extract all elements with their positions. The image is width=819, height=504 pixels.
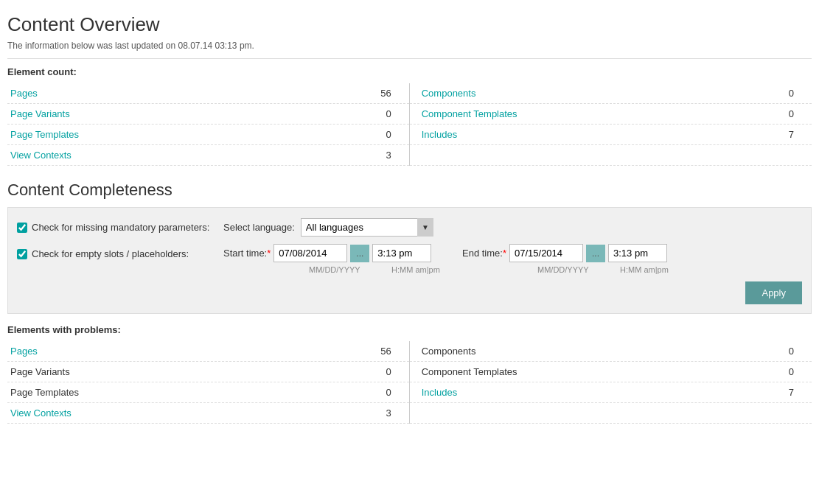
page-variants-link[interactable]: Page Variants bbox=[10, 108, 70, 119]
page-variants-count: 0 bbox=[386, 108, 406, 119]
component-templates-count: 0 bbox=[789, 108, 809, 119]
left-cell: Page Templates 0 bbox=[7, 125, 409, 145]
prob-component-templates-count: 0 bbox=[789, 366, 809, 377]
page-templates-count: 0 bbox=[386, 129, 406, 140]
left-cell: Page Variants 0 bbox=[7, 362, 409, 382]
left-cell: Page Variants 0 bbox=[7, 104, 409, 125]
prob-page-templates-count: 0 bbox=[386, 387, 406, 398]
prob-view-contexts-link[interactable]: View Contexts bbox=[10, 407, 72, 419]
prob-page-variants-count: 0 bbox=[386, 366, 406, 377]
prob-pages-count: 56 bbox=[380, 346, 405, 357]
language-row: Select language: All languages English G… bbox=[223, 218, 433, 237]
right-cell: Components 0 bbox=[410, 83, 812, 104]
right-cell: Component Templates 0 bbox=[410, 104, 812, 125]
language-label: Select language: bbox=[223, 222, 295, 233]
prob-page-templates-text: Page Templates bbox=[10, 387, 79, 398]
element-count-table: Pages 56 Components 0 Page Variants 0 Co… bbox=[7, 83, 812, 166]
datetime-fields: Start time:* ... MM/DD/YYYY H:MM am|pm bbox=[223, 244, 679, 274]
end-time-input[interactable] bbox=[608, 244, 667, 262]
table-row: Page Variants 0 Component Templates 0 bbox=[7, 104, 812, 125]
start-label: Start time:* bbox=[223, 248, 271, 259]
start-required-marker: * bbox=[267, 248, 271, 259]
page-subtitle: The information below was last updated o… bbox=[7, 41, 812, 51]
start-hints: MM/DD/YYYY H:MM am|pm bbox=[223, 265, 450, 274]
check1-row: Check for missing mandatory parameters: … bbox=[17, 218, 802, 237]
completeness-panel: Check for missing mandatory parameters: … bbox=[7, 207, 812, 314]
prob-components-text: Components bbox=[422, 346, 476, 357]
table-row: Page Templates 0 Includes 7 bbox=[7, 125, 812, 145]
left-cell: Pages 56 bbox=[7, 341, 409, 362]
components-link[interactable]: Components bbox=[422, 88, 476, 99]
right-cell bbox=[410, 145, 812, 166]
end-hints: MM/DD/YYYY H:MM am|pm bbox=[462, 265, 679, 274]
prob-pages-link[interactable]: Pages bbox=[10, 346, 38, 357]
prob-includes-link[interactable]: Includes bbox=[422, 387, 457, 398]
check1-checkbox[interactable] bbox=[17, 223, 27, 233]
apply-button[interactable]: Apply bbox=[745, 281, 802, 304]
prob-components-count: 0 bbox=[789, 346, 809, 357]
table-row: Page Templates 0 Includes 7 bbox=[7, 382, 812, 403]
view-contexts-link[interactable]: View Contexts bbox=[10, 150, 72, 161]
apply-row: Apply bbox=[17, 281, 802, 304]
start-time-hint: H:MM am|pm bbox=[391, 265, 450, 274]
right-cell: Component Templates 0 bbox=[410, 362, 812, 382]
prob-view-contexts-count: 3 bbox=[386, 407, 406, 419]
pages-count: 56 bbox=[380, 88, 405, 99]
start-time-group: Start time:* ... MM/DD/YYYY H:MM am|pm bbox=[223, 244, 450, 274]
component-templates-link[interactable]: Component Templates bbox=[422, 108, 517, 119]
start-cal-button[interactable]: ... bbox=[350, 245, 369, 262]
table-row: Pages 56 Components 0 bbox=[7, 341, 812, 362]
start-date-hint: MM/DD/YYYY bbox=[309, 265, 383, 274]
right-cell: Includes 7 bbox=[410, 125, 812, 145]
end-required-marker: * bbox=[503, 248, 506, 259]
left-cell: Pages 56 bbox=[7, 83, 409, 104]
view-contexts-count: 3 bbox=[386, 150, 406, 161]
start-date-input[interactable] bbox=[273, 244, 347, 262]
language-select-wrapper: All languages English German French ▼ bbox=[301, 218, 433, 237]
includes-link[interactable]: Includes bbox=[422, 129, 457, 140]
end-time-hint: H:MM am|pm bbox=[620, 265, 679, 274]
pages-link[interactable]: Pages bbox=[10, 88, 38, 99]
completeness-title: Content Completeness bbox=[7, 181, 812, 200]
check1-text: Check for missing mandatory parameters: bbox=[32, 222, 209, 233]
left-cell: Page Templates 0 bbox=[7, 382, 409, 403]
check2-label[interactable]: Check for empty slots / placeholders: bbox=[17, 244, 223, 259]
end-cal-button[interactable]: ... bbox=[586, 245, 605, 262]
check2-text: Check for empty slots / placeholders: bbox=[32, 248, 189, 259]
check2-checkbox[interactable] bbox=[17, 249, 27, 259]
right-cell: Includes 7 bbox=[410, 382, 812, 403]
right-cell: Components 0 bbox=[410, 341, 812, 362]
problems-label: Elements with problems: bbox=[7, 324, 812, 335]
includes-count: 7 bbox=[789, 129, 809, 140]
prob-includes-count: 7 bbox=[789, 387, 809, 398]
left-cell: View Contexts 3 bbox=[7, 403, 409, 424]
page-title: Content Overview bbox=[7, 13, 812, 36]
left-cell: View Contexts 3 bbox=[7, 145, 409, 166]
components-count: 0 bbox=[789, 88, 809, 99]
end-label: End time:* bbox=[462, 248, 506, 259]
check2-row: Check for empty slots / placeholders: St… bbox=[17, 244, 802, 274]
start-time-input[interactable] bbox=[372, 244, 431, 262]
check1-label[interactable]: Check for missing mandatory parameters: bbox=[17, 222, 223, 233]
main-container: Content Overview The information below w… bbox=[0, 0, 819, 438]
language-select[interactable]: All languages English German French bbox=[301, 218, 433, 237]
table-row: View Contexts 3 bbox=[7, 403, 812, 424]
end-time-group: End time:* ... MM/DD/YYYY H:MM am|pm bbox=[462, 244, 679, 274]
end-date-hint: MM/DD/YYYY bbox=[537, 265, 611, 274]
page-templates-link[interactable]: Page Templates bbox=[10, 129, 79, 140]
problems-table: Pages 56 Components 0 Page Variants 0 Co… bbox=[7, 341, 812, 424]
element-count-label: Element count: bbox=[7, 66, 812, 77]
start-inputs: Start time:* ... bbox=[223, 244, 431, 262]
table-row: Pages 56 Components 0 bbox=[7, 83, 812, 104]
table-row: Page Variants 0 Component Templates 0 bbox=[7, 362, 812, 382]
end-inputs: End time:* ... bbox=[462, 244, 667, 262]
table-row: View Contexts 3 bbox=[7, 145, 812, 166]
end-date-input[interactable] bbox=[509, 244, 583, 262]
title-divider bbox=[7, 58, 812, 59]
right-cell bbox=[410, 403, 812, 424]
prob-page-variants-text: Page Variants bbox=[10, 366, 70, 377]
prob-component-templates-text: Component Templates bbox=[422, 366, 517, 377]
